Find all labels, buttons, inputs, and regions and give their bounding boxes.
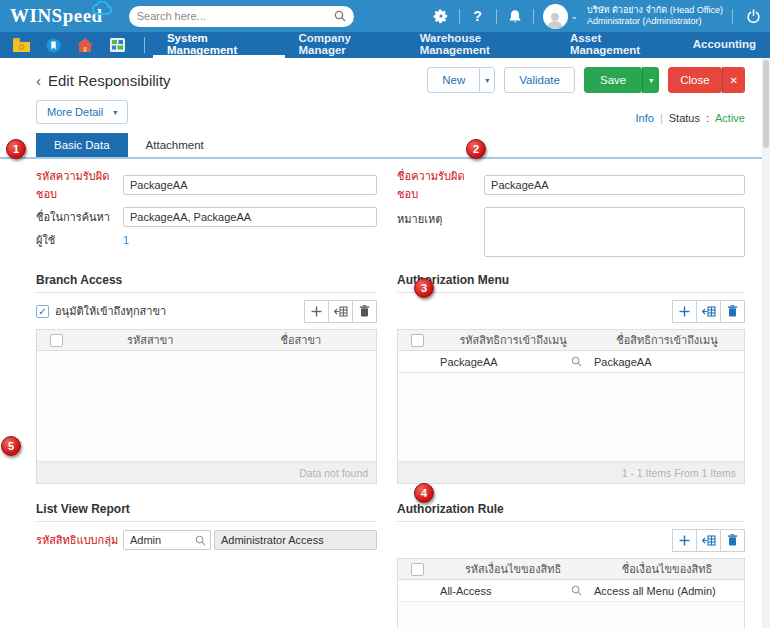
app-logo: WINSpeed — [10, 5, 103, 27]
auth-rule-delete-trash-icon[interactable] — [720, 529, 745, 552]
authorization-rule-toolbar — [397, 528, 745, 552]
search-lookup-icon[interactable] — [195, 535, 206, 546]
branch-table-footer: Data not found — [37, 461, 376, 483]
auth-menu-delete-trash-icon[interactable] — [720, 300, 745, 323]
folder-settings-icon[interactable] — [12, 38, 30, 53]
nav-item-system-management[interactable]: System Management — [153, 32, 285, 58]
settings-gear-icon[interactable] — [432, 7, 450, 25]
more-detail-label: More Detail — [47, 106, 103, 118]
responsibility-code-input[interactable] — [123, 175, 377, 195]
form-left-column: รหัสความรับผิดชอบ ชื่อในการค้นหา ผู้ใช้ … — [36, 167, 377, 261]
auth-rule-code-column-header: รหัสเงื่อนไขของสิทธิ — [436, 560, 590, 578]
authorization-menu-section: Authorization Menu รหัสสิท — [397, 267, 745, 628]
home-icon[interactable] — [76, 38, 94, 53]
new-button[interactable]: New — [427, 67, 479, 93]
group-permission-name-readonly: Administrator Access — [214, 530, 377, 550]
nav-item-asset-management[interactable]: Asset Management — [556, 32, 679, 58]
authorization-rule-title: Authorization Rule — [397, 496, 745, 522]
branch-add-button[interactable] — [304, 300, 329, 323]
validate-button[interactable]: Validate — [504, 67, 575, 93]
dashboard-grid-icon[interactable] — [108, 38, 126, 53]
nav-quick-icons — [8, 32, 136, 58]
authorization-rule-table: รหัสเงื่อนไขของสิทธิ ชื่อเงื่อนไขของสิทธ… — [397, 558, 745, 628]
authorization-menu-title: Authorization Menu — [397, 267, 745, 293]
user-menu[interactable]: ⌄ — [543, 4, 579, 29]
sub-header: More Detail ▾ Info | Status : Active — [0, 93, 770, 124]
responsibility-name-input[interactable] — [484, 175, 745, 195]
notifications-bell-icon[interactable] — [506, 7, 524, 25]
nav-item-accounting[interactable]: Accounting — [679, 32, 770, 58]
cloud-icon — [91, 1, 113, 15]
auth-menu-row[interactable]: PackageAA PackageAA — [398, 351, 744, 373]
user-role: Administrator (Administrator) — [587, 16, 723, 27]
auth-menu-code-column-header: รหัสสิทธิการเข้าถึงเมนู — [436, 331, 590, 349]
more-detail-button[interactable]: More Detail ▾ — [36, 100, 128, 124]
action-buttons: New ▾ Validate Save ▾ Close ✕ — [427, 67, 745, 93]
help-icon[interactable]: ? — [469, 7, 487, 25]
auth-menu-row-code: PackageAA — [440, 356, 571, 368]
remark-label: หมายเหตุ — [397, 207, 484, 228]
remark-textarea[interactable] — [484, 207, 745, 257]
branch-select-all-checkbox[interactable] — [50, 334, 63, 347]
bookmark-badge-icon[interactable] — [44, 38, 62, 53]
search-icon[interactable] — [334, 10, 346, 22]
avatar — [543, 4, 568, 29]
close-split-button: Close ✕ — [668, 67, 745, 93]
global-search — [129, 6, 354, 27]
auth-menu-select-all-checkbox[interactable] — [411, 334, 424, 347]
branch-select-from-list-icon[interactable] — [328, 300, 353, 323]
auth-menu-table-header: รหัสสิทธิการเข้าถึงเมนู ชื่อสิทธิการเข้า… — [398, 330, 744, 351]
all-branch-checkbox[interactable]: ✓ — [36, 305, 49, 318]
auth-menu-table-body — [398, 373, 744, 461]
nav-menu: System Management Company Manager Wareho… — [153, 32, 770, 58]
page-title: Edit Responsibility — [48, 72, 171, 89]
back-chevron-icon[interactable]: ‹ — [36, 72, 41, 89]
branch-name-column-header: ชื่อสาขา — [226, 331, 377, 349]
save-dropdown-caret-icon[interactable]: ▾ — [642, 67, 659, 93]
scrollbar-thumb[interactable] — [763, 60, 769, 148]
search-lookup-icon[interactable] — [571, 585, 582, 596]
auth-rule-select-all-checkbox[interactable] — [411, 563, 424, 576]
auth-rule-row-name: Access all Menu (Admin) — [590, 585, 744, 597]
search-input[interactable] — [137, 10, 334, 22]
search-name-input[interactable] — [123, 207, 377, 227]
nav-item-company-manager[interactable]: Company Manager — [285, 32, 406, 58]
tab-bar: Basic Data Attachment — [0, 133, 770, 159]
annotation-circle-1: 1 — [6, 139, 26, 159]
close-x-icon[interactable]: ✕ — [722, 67, 745, 93]
auth-rule-add-button[interactable] — [672, 529, 697, 552]
nav-item-warehouse-management[interactable]: Warehouse Management — [406, 32, 556, 58]
topbar-separator — [533, 9, 534, 24]
info-link[interactable]: Info — [636, 112, 654, 124]
auth-rule-table-body — [398, 602, 744, 628]
auth-menu-add-button[interactable] — [672, 300, 697, 323]
logout-power-icon[interactable] — [744, 7, 762, 25]
status-colon: : — [706, 112, 709, 124]
auth-rule-select-from-list-icon[interactable] — [696, 529, 721, 552]
annotation-circle-4: 4 — [414, 483, 434, 503]
list-view-report-title: List View Report — [36, 496, 377, 522]
new-dropdown-caret-icon[interactable]: ▾ — [479, 67, 495, 93]
save-button[interactable]: Save — [584, 67, 642, 93]
form-right-column: ชื่อความรับผิดชอบ หมายเหตุ — [397, 167, 745, 261]
tab-basic-data[interactable]: Basic Data — [36, 133, 128, 157]
responsibility-code-label: รหัสความรับผิดชอบ — [36, 167, 123, 203]
auth-menu-select-from-list-icon[interactable] — [696, 300, 721, 323]
auth-rule-row[interactable]: All-Access Access all Menu (Admin) — [398, 580, 744, 602]
search-lookup-icon[interactable] — [571, 356, 582, 367]
annotation-circle-2: 2 — [466, 139, 486, 159]
close-button[interactable]: Close — [668, 67, 721, 93]
group-permission-code-field[interactable]: Admin — [123, 530, 211, 550]
basic-data-form: รหัสความรับผิดชอบ ชื่อในการค้นหา ผู้ใช้ … — [0, 159, 770, 261]
branch-delete-trash-icon[interactable] — [352, 300, 377, 323]
status-badge: Active — [715, 112, 745, 124]
branch-code-column-header: รหัสสาขา — [75, 331, 226, 349]
users-count-link[interactable]: 1 — [123, 234, 129, 246]
vertical-scrollbar[interactable] — [762, 58, 770, 628]
main-nav: System Management Company Manager Wareho… — [0, 32, 770, 58]
chevron-down-icon: ⌄ — [571, 11, 579, 21]
tab-attachment[interactable]: Attachment — [128, 133, 222, 157]
branch-access-table: รหัสสาขา ชื่อสาขา Data not found — [36, 329, 377, 484]
topbar-right-cluster: ? ⌄ บริษัท ตัวอย่าง จำกัด (Head Office) … — [432, 4, 764, 29]
branch-access-title: Branch Access — [36, 267, 377, 293]
